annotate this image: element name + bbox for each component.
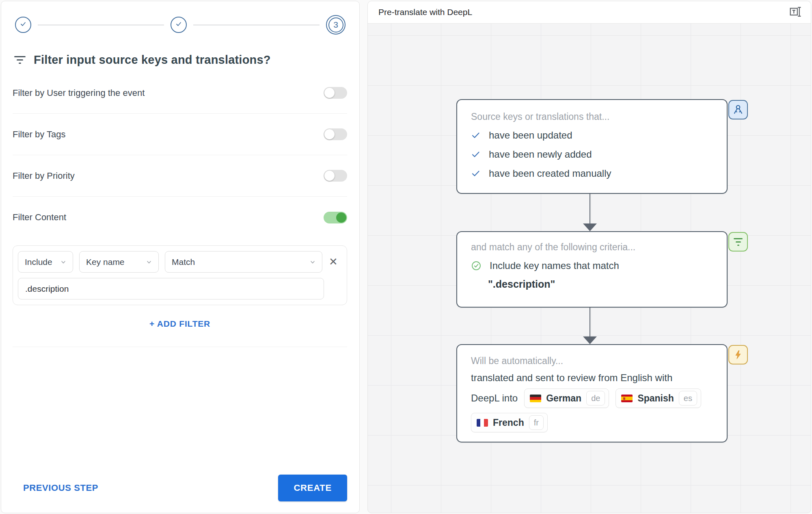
- page-heading-row: Filter input source keys and translation…: [14, 53, 347, 67]
- language-code: es: [679, 391, 697, 406]
- language-chip-spanish: Spanish es: [615, 388, 701, 408]
- check-icon: [19, 20, 27, 30]
- spanish-flag-icon: [621, 395, 633, 402]
- chevron-down-icon: [310, 259, 315, 265]
- language-chip-german: German de: [524, 388, 609, 408]
- wizard-panel: 3 Filter input source keys and translati…: [1, 1, 360, 513]
- select-value: Key name: [86, 257, 125, 267]
- add-filter-button[interactable]: + ADD FILTER: [149, 319, 210, 329]
- toggle-knob: [336, 213, 346, 223]
- filter-criteria-node[interactable]: and match any of the following criteria.…: [456, 231, 728, 308]
- toggle-row-tags: Filter by Tags: [13, 114, 347, 155]
- toggle-row-user: Filter by User triggering the event: [13, 72, 347, 114]
- filter-icon: [728, 232, 748, 252]
- chevron-down-icon: [60, 259, 66, 265]
- language-name: German: [546, 393, 581, 404]
- source-keys-node[interactable]: Source keys or translations that... have…: [456, 99, 728, 194]
- trigger-item: have been updated: [471, 126, 713, 145]
- chevron-down-icon: [146, 259, 152, 265]
- trigger-item: have been newly added: [471, 145, 713, 164]
- wizard-footer: PREVIOUS STEP CREATE: [13, 475, 347, 501]
- criterion-item: Include key names that match: [471, 256, 713, 275]
- action-text-line2: DeepL into: [471, 393, 518, 404]
- rename-title-icon[interactable]: [788, 5, 803, 20]
- keys-icon: [728, 100, 748, 119]
- toggle-knob: [324, 88, 335, 98]
- field-select[interactable]: Key name: [79, 251, 159, 273]
- select-value: Match: [172, 257, 195, 267]
- toggle-label: Filter by Priority: [13, 171, 75, 181]
- trigger-item-label: have been newly added: [489, 149, 592, 160]
- toggle-knob: [324, 129, 335, 139]
- connector-edge: [590, 194, 590, 224]
- pattern-input[interactable]: [18, 278, 324, 299]
- previous-step-button[interactable]: PREVIOUS STEP: [23, 483, 98, 493]
- lightning-icon: [728, 345, 748, 364]
- trigger-item-label: have been created manually: [489, 168, 611, 179]
- check-icon: [471, 130, 481, 140]
- stepper-connector: [193, 25, 320, 25]
- page-title: Filter input source keys and translation…: [34, 53, 271, 67]
- stepper-connector: [38, 25, 164, 25]
- content-filter-editor: Include Key name Match ✕: [13, 245, 347, 305]
- language-code: de: [586, 391, 605, 406]
- include-exclude-select[interactable]: Include: [18, 251, 73, 273]
- check-circle-icon: [471, 260, 482, 271]
- language-chip-french: French fr: [471, 413, 548, 432]
- remove-filter-button[interactable]: ✕: [325, 251, 342, 273]
- node-title: Will be automatically...: [471, 356, 713, 367]
- step-2-complete[interactable]: [171, 17, 187, 33]
- toggle-label: Filter Content: [13, 212, 66, 223]
- workflow-canvas[interactable]: Source keys or translations that... have…: [368, 24, 811, 513]
- workflow-preview-panel: Pre-translate with DeepL Source keys or …: [367, 1, 811, 513]
- tags-filter-toggle[interactable]: [324, 128, 347, 140]
- arrowhead-icon: [583, 336, 597, 344]
- toggle-row-content: Filter Content: [13, 197, 347, 238]
- toggle-label: Filter by Tags: [13, 129, 65, 140]
- check-icon: [471, 150, 481, 159]
- node-title: Source keys or translations that...: [471, 111, 713, 122]
- canvas-header: Pre-translate with DeepL: [368, 1, 811, 24]
- trigger-item-label: have been updated: [489, 130, 572, 141]
- select-value: Include: [25, 257, 52, 267]
- operator-select[interactable]: Match: [165, 251, 322, 273]
- french-flag-icon: [477, 419, 488, 427]
- step-3-current[interactable]: 3: [326, 15, 346, 35]
- german-flag-icon: [530, 395, 541, 402]
- stepper: 3: [15, 15, 346, 35]
- arrowhead-icon: [583, 223, 597, 231]
- trigger-item: have been created manually: [471, 164, 713, 183]
- action-text-line1: translated and sent to review from Engli…: [471, 372, 713, 384]
- check-icon: [175, 20, 183, 30]
- translate-action-node[interactable]: Will be automatically... translated and …: [456, 344, 728, 442]
- language-code: fr: [529, 415, 544, 430]
- criterion-value: ".description": [471, 278, 713, 290]
- connector-edge: [590, 308, 590, 337]
- divider: [13, 347, 347, 347]
- check-icon: [471, 169, 481, 178]
- priority-filter-toggle[interactable]: [324, 170, 347, 182]
- criterion-label: Include key names that match: [490, 260, 619, 271]
- create-button[interactable]: CREATE: [278, 475, 347, 501]
- step-3-number: 3: [328, 17, 343, 33]
- filter-toggle-list: Filter by User triggering the event Filt…: [13, 72, 347, 238]
- toggle-knob: [324, 171, 335, 181]
- language-name: Spanish: [637, 393, 674, 404]
- filter-icon: [14, 56, 26, 64]
- workflow-title: Pre-translate with DeepL: [378, 7, 472, 17]
- toggle-label: Filter by User triggering the event: [13, 88, 145, 98]
- node-title: and match any of the following criteria.…: [471, 242, 713, 253]
- content-filter-toggle[interactable]: [324, 212, 347, 223]
- user-filter-toggle[interactable]: [324, 87, 347, 99]
- step-1-complete[interactable]: [15, 17, 31, 33]
- language-name: French: [493, 417, 524, 428]
- toggle-row-priority: Filter by Priority: [13, 155, 347, 197]
